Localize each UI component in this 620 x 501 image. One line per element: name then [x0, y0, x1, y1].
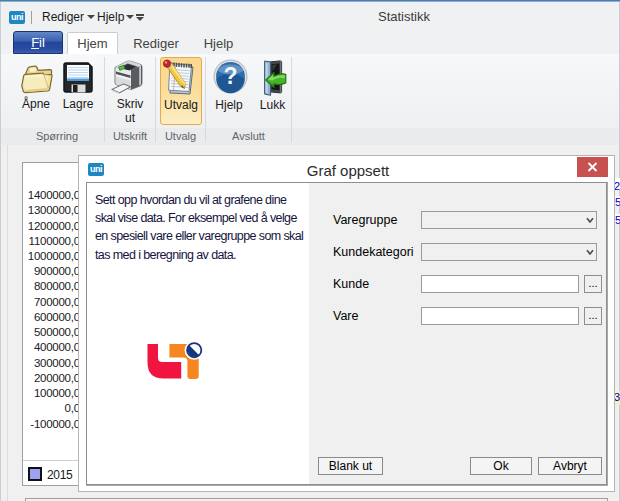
svg-text:?: ? — [223, 63, 237, 89]
